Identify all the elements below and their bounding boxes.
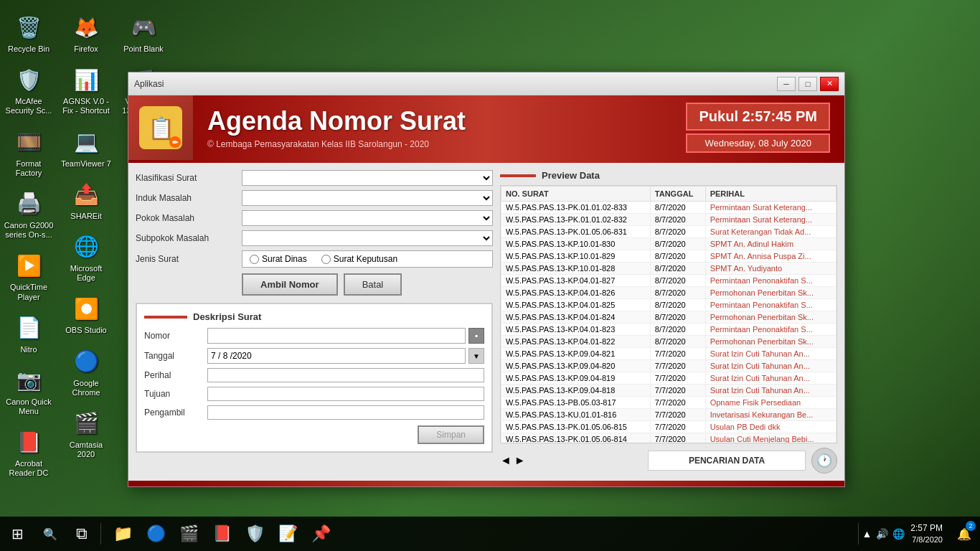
taskbar-separator-2 (858, 523, 859, 545)
radio-keputusan-input[interactable] (321, 255, 331, 264)
task-view-icon: ⧉ (76, 524, 88, 543)
clock-area: Pukul 2:57:45 PM Wednesday, 08 July 2020 (672, 95, 844, 160)
subpokok-select[interactable] (242, 230, 493, 246)
up-arrow-icon[interactable]: ▲ (862, 528, 872, 540)
tujuan-input[interactable] (207, 387, 484, 401)
desktop-icon-nitro[interactable]: 📄 Nitro (0, 308, 57, 360)
cell-tanggal: 7/7/2020 (650, 433, 705, 444)
desktop-icon-canon-quick[interactable]: 📷 Canon Quick Menu (0, 360, 57, 422)
pokok-select[interactable] (242, 210, 493, 226)
batal-button[interactable]: Batal (344, 273, 402, 296)
preview-panel: Preview Data NO. SURAT TANGGAL PERIHAL (500, 170, 837, 474)
task-view-button[interactable]: ⧉ (66, 518, 98, 550)
table-row[interactable]: W.5.PAS.PAS.13-KP.09.04-821 7/7/2020 Sur… (501, 348, 837, 360)
desktop-icon-firefox[interactable]: 🦊 Firefox (57, 7, 115, 60)
app-subtitle: © Lembaga Pemasyarakatan Kelas IIB Sarol… (207, 139, 657, 149)
preview-table-container[interactable]: NO. SURAT TANGGAL PERIHAL W.5.PAS.PAS.13… (500, 185, 837, 443)
search-button[interactable]: 🔍 (37, 521, 63, 547)
radio-dinas[interactable]: Surat Dinas (250, 254, 307, 264)
tanggal-dropdown-button[interactable]: ▼ (468, 348, 484, 364)
radio-dinas-input[interactable] (250, 255, 259, 264)
ambil-nomor-button[interactable]: Ambil Nomor (242, 273, 338, 296)
scroll-left-icon[interactable]: ◄ (500, 454, 512, 467)
table-row[interactable]: W.5.PAS.PAS.13-KP.09.04-818 7/7/2020 Sur… (501, 385, 837, 397)
table-row[interactable]: W.5.PAS.PAS.13-KP.04.01-825 8/7/2020 Per… (501, 299, 837, 311)
desktop-icon-recycle-bin[interactable]: 🗑️ Recycle Bin (0, 7, 57, 60)
table-row[interactable]: W.5.PAS.PAS.13-KP.10.01-828 8/7/2020 SPM… (501, 263, 837, 275)
table-row[interactable]: W.5.PAS.PAS.13-KP.04.01-823 8/7/2020 Per… (501, 324, 837, 336)
quicktime-label: QuickTime Player (3, 283, 55, 301)
table-row[interactable]: W.5.PAS.PAS.13-PK.01.05.06-814 7/7/2020 … (501, 433, 837, 444)
table-row[interactable]: W.5.PAS.PAS.13-KP.04.01-822 8/7/2020 Per… (501, 336, 837, 348)
minimize-button[interactable]: ─ (777, 77, 796, 91)
klasifikasi-label: Klasifikasi Surat (136, 173, 236, 183)
table-row[interactable]: W.5.PAS.PAS.13-PB.05.03-817 7/7/2020 Opn… (501, 397, 837, 409)
taskbar-clock[interactable]: 2:57 PM 7/8/2020 (905, 522, 948, 545)
klasifikasi-select[interactable] (242, 170, 493, 186)
desktop-icon-quicktime[interactable]: ▶️ QuickTime Player (0, 245, 57, 307)
taskbar-mcafee[interactable]: 🛡️ (239, 518, 270, 550)
taskbar-word[interactable]: 📝 (272, 518, 303, 550)
cell-tanggal: 8/7/2020 (650, 263, 705, 275)
network-icon[interactable]: 🌐 (892, 528, 905, 540)
pencarian-button[interactable]: PENCARIAN DATA (648, 451, 806, 471)
radio-keputusan[interactable]: Surat Keputusan (321, 254, 397, 264)
table-row[interactable]: W.5.PAS.PAS.13-KP.04.01-824 8/7/2020 Per… (501, 311, 837, 324)
perihal-input[interactable] (207, 368, 484, 382)
taskbar-chrome[interactable]: 🔵 (140, 518, 171, 550)
desktop-icon-point-blank[interactable]: 🎮 Point Blank (115, 7, 172, 60)
obs-label: OBS Studio (65, 326, 106, 335)
cell-no-surat: W.5.PAS.PAS.13-KP.10.01-828 (501, 263, 651, 275)
desktop-icon-acrobat[interactable]: 📕 Acrobat Reader DC (0, 422, 57, 484)
cell-perihal: Usulan Cuti Menjelang Bebi... (705, 433, 836, 444)
clock-history-button[interactable]: 🕐 (811, 448, 837, 474)
taskbar-pin[interactable]: 📌 (305, 518, 336, 550)
induk-select[interactable] (242, 190, 493, 206)
desktop-icon-edge[interactable]: 🌐 Microsoft Edge (57, 227, 115, 288)
table-row[interactable]: W.5.PAS.PAS.13-KP.10.01-830 8/7/2020 SPM… (501, 238, 837, 250)
nomor-input[interactable] (207, 328, 466, 344)
desktop-icon-camtasia[interactable]: 🎬 Camtasia 2020 (57, 403, 115, 465)
taskbar-file-explorer[interactable]: 📁 (107, 518, 138, 550)
nomor-browse-button[interactable]: ▪ (468, 328, 484, 344)
desktop-icon-chrome[interactable]: 🔵 Google Chrome (57, 342, 115, 403)
table-row[interactable]: W.5.PAS.PAS.13-KU.01.01-816 7/7/2020 Inv… (501, 409, 837, 421)
notification-button[interactable]: 🔔 2 (948, 517, 980, 551)
desktop-icon-format-factory[interactable]: 🎞️ Format Factory (0, 122, 57, 184)
recycle-bin-label: Recycle Bin (8, 44, 50, 54)
cell-no-surat: W.5.PAS.PAS.13-KP.10.01-829 (501, 250, 651, 263)
table-row[interactable]: W.5.PAS.PAS.13-KP.04.01-827 8/7/2020 Per… (501, 275, 837, 287)
clock-icon: 🕐 (816, 453, 832, 468)
cell-no-surat: W.5.PAS.PAS.13-PK.01.05.06-831 (501, 226, 651, 238)
desktop-icon-teamviewer[interactable]: 💻 TeamViewer 7 (57, 122, 115, 174)
table-row[interactable]: W.5.PAS.PAS.13-PK.01.01.02-832 8/7/2020 … (501, 214, 837, 226)
start-button[interactable]: ⊞ (0, 517, 34, 551)
table-row[interactable]: W.5.PAS.PAS.13-KP.09.04-820 7/7/2020 Sur… (501, 360, 837, 372)
scroll-right-icon[interactable]: ► (514, 454, 526, 467)
desktop-icon-obs[interactable]: ⏺️ OBS Studio (57, 288, 115, 341)
col-perihal: PERIHAL (705, 187, 836, 202)
taskbar-pinned-apps: 📁 🔵 🎬 📕 🛡️ 📝 📌 (104, 518, 855, 550)
desktop-icon-shareit[interactable]: 📤 SHAREit (57, 174, 115, 227)
desktop-icon-canon-g2000[interactable]: 🖨️ Canon G2000 series On-s... (0, 184, 57, 245)
cell-tanggal: 8/7/2020 (650, 275, 705, 287)
volume-icon[interactable]: 🔊 (876, 528, 888, 540)
tanggal-input[interactable] (207, 348, 466, 364)
table-row[interactable]: W.5.PAS.PAS.13-KP.10.01-829 8/7/2020 SPM… (501, 250, 837, 263)
pengambil-input[interactable] (207, 405, 484, 420)
table-row[interactable]: W.5.PAS.PAS.13-PK.01.01.02-833 8/7/2020 … (501, 202, 837, 214)
close-button[interactable]: ✕ (820, 77, 839, 91)
desktop-icon-mcafee[interactable]: 🛡️ McAfee Security Sc... (0, 60, 57, 121)
preview-table: NO. SURAT TANGGAL PERIHAL W.5.PAS.PAS.13… (501, 186, 837, 443)
table-row[interactable]: W.5.PAS.PAS.13-KP.09.04-819 7/7/2020 Sur… (501, 372, 837, 385)
table-row[interactable]: W.5.PAS.PAS.13-KP.04.01-826 8/7/2020 Per… (501, 287, 837, 299)
table-row[interactable]: W.5.PAS.PAS.13-PK.01.05.06-815 7/7/2020 … (501, 421, 837, 433)
cell-perihal: Usulan PB Dedi dkk (705, 421, 836, 433)
taskbar-acrobat[interactable]: 📕 (206, 518, 237, 550)
desktop-icon-agnsk[interactable]: 📊 AGNSK V.0 - Fix - Shortcut (57, 60, 115, 121)
table-row[interactable]: W.5.PAS.PAS.13-PK.01.05.06-831 8/7/2020 … (501, 226, 837, 238)
simpan-button[interactable]: Simpan (418, 425, 484, 444)
maximize-button[interactable]: □ (798, 77, 817, 91)
deskripsi-title: Deskripsi Surat (193, 311, 261, 322)
taskbar-premiere[interactable]: 🎬 (173, 518, 204, 550)
